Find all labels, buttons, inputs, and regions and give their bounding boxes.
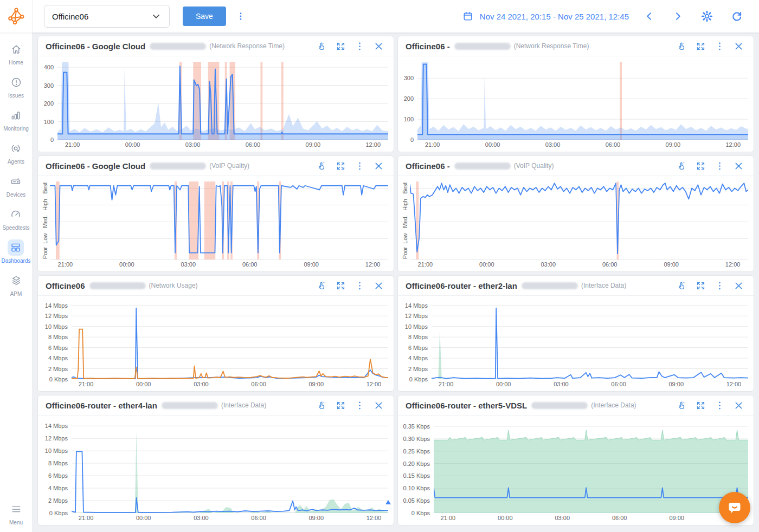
x-tick-label: 09:00 xyxy=(664,261,679,268)
chart-plot[interactable]: 21:0000:0003:0006:0009:0012:00 xyxy=(434,421,748,513)
sidebar-item-home[interactable]: Home xyxy=(8,41,24,66)
panel-menu-button[interactable] xyxy=(712,40,727,53)
date-range[interactable]: Nov 24 2021, 20:15 - Nov 25 2021, 12:45 xyxy=(480,12,629,21)
expand-button[interactable] xyxy=(333,280,348,292)
panel-header: Officine06 - Google Cloud (Network Respo… xyxy=(38,36,394,56)
panel-menu-button[interactable] xyxy=(352,280,367,292)
chart-plot[interactable]: 21:0000:0003:0006:0009:0012:00 xyxy=(72,301,388,379)
sidebar-item-dashboards[interactable]: Dashboards xyxy=(2,239,31,264)
y-tick-label: 300 xyxy=(44,82,54,89)
remove-widget-button[interactable] xyxy=(371,40,386,53)
x-tick-label: 09:00 xyxy=(666,141,681,148)
panel-menu-button[interactable] xyxy=(712,280,727,292)
alert-button[interactable] xyxy=(674,40,689,53)
remove-widget-button[interactable] xyxy=(731,160,746,172)
chart-svg xyxy=(72,421,388,513)
expand-button[interactable] xyxy=(333,399,348,412)
kebab-icon xyxy=(236,11,246,21)
alert-button[interactable] xyxy=(674,160,689,172)
sidebar-item-devices[interactable]: Devices xyxy=(7,173,26,198)
alert-button[interactable] xyxy=(314,399,329,412)
redacted-name xyxy=(150,43,206,50)
expand-button[interactable] xyxy=(693,40,708,53)
redacted-name xyxy=(531,402,588,409)
remove-widget-button[interactable] xyxy=(731,280,746,292)
app-logo[interactable] xyxy=(0,0,33,33)
chart-svg xyxy=(72,301,388,379)
expand-button[interactable] xyxy=(693,160,708,172)
chart-plot[interactable]: 21:0000:0003:0006:0009:0012:00 xyxy=(417,62,748,140)
sidebar-item-monitoring[interactable]: Monitoring xyxy=(3,107,29,132)
x-tick-label: 21:00 xyxy=(79,381,94,387)
panel-menu-button[interactable] xyxy=(352,399,367,412)
panel-menu-button[interactable] xyxy=(712,399,727,412)
remove-widget-button[interactable] xyxy=(731,40,746,53)
panel-title: Officine06-router - ether5-VDSL xyxy=(406,401,527,410)
scroll-top-indicator[interactable] xyxy=(384,498,393,506)
x-tick-label: 09:00 xyxy=(304,261,319,268)
alert-button[interactable] xyxy=(674,399,689,412)
chart-plot[interactable]: 21:0000:0003:0006:0009:0012:00 xyxy=(50,181,388,259)
sidebar-item-apm[interactable]: APM xyxy=(8,273,24,297)
y-tick-label: 4 Mbps xyxy=(48,485,68,491)
y-tick-label: 12 Mbps xyxy=(45,313,68,319)
remove-widget-button[interactable] xyxy=(731,399,746,412)
alert-button[interactable] xyxy=(314,280,329,292)
chart-plot[interactable]: 21:0000:0003:0006:0009:0012:00 xyxy=(57,62,388,140)
kebab-icon xyxy=(355,41,365,51)
redacted-name xyxy=(89,282,146,289)
sidebar-item-label: Dashboards xyxy=(2,258,31,264)
y-tick-label: 8 Mbps xyxy=(408,334,428,340)
topbar: Officine06 Save Nov 24 2021, 20:15 - Nov… xyxy=(0,0,759,33)
sidebar-item-issues[interactable]: Issues xyxy=(8,74,24,99)
prev-range-button[interactable] xyxy=(639,9,660,24)
expand-button[interactable] xyxy=(333,40,348,53)
chart: 0.35 Kbps0.30 Kbps0.25 Kbps0.20 Kbps0.15… xyxy=(398,416,754,525)
sidebar-item-speedtests[interactable]: Speedtests xyxy=(2,206,29,231)
expand-button[interactable] xyxy=(693,280,708,292)
next-range-button[interactable] xyxy=(667,9,689,24)
sidebar-menu-button[interactable]: Menu xyxy=(8,501,24,525)
panel-title: Officine06 - xyxy=(406,42,450,51)
alert-icon xyxy=(677,41,687,51)
panel-menu-button[interactable] xyxy=(352,160,367,172)
panel-menu-button[interactable] xyxy=(352,40,367,53)
y-tick-label: Best xyxy=(42,183,48,194)
sidebar-item-agents[interactable]: Agents xyxy=(8,140,24,165)
y-tick-label: Poor xyxy=(402,247,408,259)
chevron-down-icon xyxy=(151,11,162,22)
refresh-button[interactable] xyxy=(725,8,748,24)
alert-button[interactable] xyxy=(674,280,689,292)
remove-widget-button[interactable] xyxy=(371,399,386,412)
chart-panel-2: Officine06 - (Network Response Time) 300… xyxy=(397,36,754,152)
expand-button[interactable] xyxy=(693,399,708,412)
x-tick-label: 06:00 xyxy=(246,141,261,148)
alert-button[interactable] xyxy=(314,160,329,172)
chart-plot[interactable]: 21:0000:0003:0006:0009:0012:00 xyxy=(410,181,748,259)
chart-svg xyxy=(417,62,748,140)
chat-launcher-button[interactable] xyxy=(719,492,750,523)
remove-widget-button[interactable] xyxy=(371,160,386,172)
save-button[interactable]: Save xyxy=(183,7,226,26)
expand-button[interactable] xyxy=(333,160,348,172)
y-tick-label: Poor xyxy=(42,247,48,259)
panel-title: Officine06 xyxy=(46,281,85,290)
alert-button[interactable] xyxy=(314,40,329,53)
sidebar-menu-label: Menu xyxy=(9,520,23,525)
dashboard-selector[interactable]: Officine06 xyxy=(44,5,170,28)
panel-menu-button[interactable] xyxy=(712,160,727,172)
speedtests-icon xyxy=(8,206,24,223)
y-tick-label: Med. xyxy=(402,216,408,228)
y-tick-label: High xyxy=(42,199,48,211)
y-tick-label: Low xyxy=(42,233,48,244)
chart-plot[interactable]: 21:0000:0003:0006:0009:0012:00 xyxy=(432,301,748,379)
remove-widget-button[interactable] xyxy=(371,280,386,292)
kebab-icon xyxy=(355,281,365,291)
panel-header: Officine06 - (VoIP Quality) xyxy=(398,156,754,176)
y-tick-label: 0.30 Kbps xyxy=(403,436,430,442)
close-icon xyxy=(374,281,384,291)
settings-button[interactable] xyxy=(695,8,719,25)
topbar-kebab-button[interactable] xyxy=(233,8,249,24)
chart-plot[interactable]: 21:0000:0003:0006:0009:0012:00 xyxy=(72,421,388,513)
panel-title: Officine06 - Google Cloud xyxy=(46,42,145,51)
